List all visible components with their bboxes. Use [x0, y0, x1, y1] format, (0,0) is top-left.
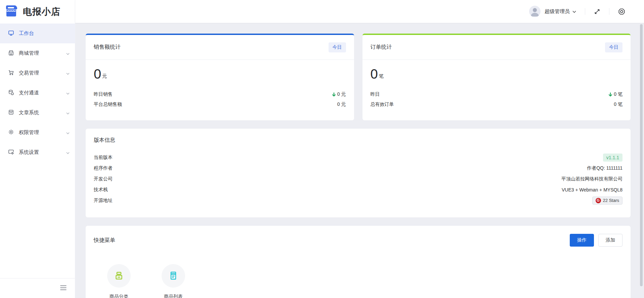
quick-item-product-category[interactable]: 商品分类 — [107, 264, 131, 298]
quick-menu-buttons: 操作 添加 — [570, 234, 622, 247]
sales-stats-card: 销售额统计 今日 0 元 昨日销售 0 元 — [86, 34, 354, 120]
stat-row: 昨日销售 0 元 — [94, 89, 346, 99]
version-info-card: 版本信息 当前版本 v1.1.1 程序作者 作者QQ: 1111111 开发公司… — [86, 129, 631, 217]
app-logo[interactable]: 电报小店 — [0, 0, 75, 24]
sidebar-item-label: 文章系统 — [19, 110, 66, 116]
action-button[interactable]: 操作 — [570, 234, 594, 247]
sidebar-item-permissions[interactable]: 权限管理 — [0, 123, 75, 142]
header-divider — [609, 8, 609, 15]
stat-row-value: 0 元 — [332, 91, 346, 97]
user-name[interactable]: 超级管理员 — [545, 8, 570, 15]
stat-row-label: 总有效订单 — [371, 101, 394, 108]
orders-stats-card: 订单统计 今日 0 笔 昨日 0 笔 — [362, 34, 631, 120]
sidebar-spacer — [0, 162, 75, 278]
stat-number: 0 — [371, 67, 378, 81]
sidebar-item-label: 权限管理 — [19, 129, 66, 136]
chevron-down-icon — [66, 90, 70, 96]
app-title: 电报小店 — [23, 6, 60, 18]
version-row-label: 开发公司 — [94, 176, 113, 182]
product-list-icon — [162, 264, 185, 288]
sidebar: 电报小店 工作台 商城管理 — [0, 0, 75, 298]
stat-row-label: 平台总销售额 — [94, 101, 122, 108]
sidebar-item-label: 工作台 — [19, 30, 70, 37]
stat-row-value: 0 笔 — [608, 91, 622, 97]
stars-count: 22 Stars — [603, 198, 619, 203]
version-row-stack: 技术栈 VUE3 + Webman + MYSQL8 — [94, 185, 622, 194]
orders-total-value: 0 笔 — [371, 67, 623, 81]
sidebar-item-mall[interactable]: 商城管理 — [0, 43, 75, 63]
system-settings-icon — [8, 149, 14, 156]
sidebar-nav: 工作台 商城管理 交易管理 — [0, 24, 75, 162]
card-title: 快捷菜单 — [94, 237, 115, 244]
sales-total-value: 0 元 — [94, 67, 346, 81]
today-badge: 今日 — [605, 42, 622, 52]
sidebar-item-label: 支付通道 — [19, 90, 66, 96]
chevron-down-icon[interactable] — [572, 8, 576, 14]
quick-item-label: 商品分类 — [110, 294, 128, 298]
monitor-icon — [8, 30, 14, 37]
store-icon — [8, 50, 14, 57]
version-row-value: 平顶山若拉网络科技有限公司 — [561, 176, 622, 182]
stat-row-label: 昨日 — [371, 91, 380, 97]
card-title: 销售额统计 — [94, 44, 121, 51]
stat-unit: 元 — [102, 73, 107, 81]
sidebar-item-payment[interactable]: 支付通道 — [0, 83, 75, 103]
main-area: 超级管理员 销售额统计 今日 — [75, 0, 644, 298]
sidebar-item-workbench[interactable]: 工作台 — [0, 24, 75, 43]
payment-icon — [8, 89, 14, 96]
quick-menu-items: 商品分类 商品列表 — [107, 264, 622, 298]
stat-unit: 笔 — [379, 73, 384, 81]
sidebar-item-label: 交易管理 — [19, 70, 66, 76]
orders-card-header: 订单统计 今日 — [362, 35, 631, 60]
fullscreen-icon[interactable] — [594, 8, 600, 15]
card-title: 版本信息 — [94, 137, 622, 144]
chevron-down-icon — [66, 150, 70, 155]
version-row-label: 开源地址 — [94, 198, 113, 204]
vertical-scrollbar[interactable] — [640, 24, 643, 286]
trend-down-icon — [332, 92, 336, 97]
sidebar-item-trade[interactable]: 交易管理 — [0, 63, 75, 83]
header-divider — [585, 8, 585, 15]
sales-card-header: 销售额统计 今日 — [86, 35, 354, 60]
quick-item-product-list[interactable]: 商品列表 — [162, 264, 185, 298]
version-row-label: 技术栈 — [94, 187, 108, 193]
quick-item-label: 商品列表 — [164, 294, 183, 298]
version-badge: v1.1.1 — [603, 154, 622, 162]
chevron-down-icon — [66, 130, 70, 135]
chevron-down-icon — [66, 50, 70, 56]
avatar[interactable] — [529, 6, 541, 17]
gear-icon — [8, 129, 14, 136]
version-row-label: 当前版本 — [94, 155, 113, 161]
sidebar-item-articles[interactable]: 文章系统 — [0, 103, 75, 123]
dashboard-content: 销售额统计 今日 0 元 昨日销售 0 元 — [75, 23, 644, 298]
version-row-repo: 开源地址 G 22 Stars — [94, 196, 622, 205]
settings-gear-icon[interactable] — [618, 8, 625, 15]
version-row-value: VUE3 + Webman + MYSQL8 — [562, 187, 622, 193]
sidebar-item-label: 系统设置 — [19, 149, 66, 156]
sidebar-item-system-settings[interactable]: 系统设置 — [0, 142, 75, 162]
storefront-logo-icon — [4, 4, 18, 19]
quick-menu-card: 快捷菜单 操作 添加 商品分类 — [86, 226, 631, 298]
card-title: 订单统计 — [371, 44, 392, 51]
category-icon — [107, 264, 131, 288]
version-rows: 当前版本 v1.1.1 程序作者 作者QQ: 1111111 开发公司 平顶山若… — [94, 153, 622, 205]
stars-badge[interactable]: G 22 Stars — [592, 197, 622, 205]
today-badge: 今日 — [329, 42, 346, 52]
article-icon — [8, 109, 14, 116]
stat-cards-row: 销售额统计 今日 0 元 昨日销售 0 元 — [86, 34, 631, 120]
stat-row-value: 0 笔 — [614, 101, 622, 108]
version-row-company: 开发公司 平顶山若拉网络科技有限公司 — [94, 175, 622, 183]
add-button[interactable]: 添加 — [598, 234, 622, 247]
top-header: 超级管理员 — [75, 0, 644, 23]
quick-menu-header: 快捷菜单 操作 添加 — [94, 234, 622, 247]
sidebar-item-label: 商城管理 — [19, 50, 66, 56]
stat-row: 总有效订单 0 笔 — [371, 99, 623, 110]
gitee-icon: G — [596, 198, 601, 203]
version-row-value: 作者QQ: 1111111 — [587, 165, 622, 171]
stat-row-value: 0 元 — [337, 101, 346, 108]
collapse-menu-icon[interactable] — [60, 285, 67, 292]
sales-card-body: 0 元 昨日销售 0 元 平台总销售额 — [86, 60, 354, 110]
version-row-author: 程序作者 作者QQ: 1111111 — [94, 164, 622, 172]
stat-row-label: 昨日销售 — [94, 91, 113, 97]
chevron-down-icon — [66, 110, 70, 116]
